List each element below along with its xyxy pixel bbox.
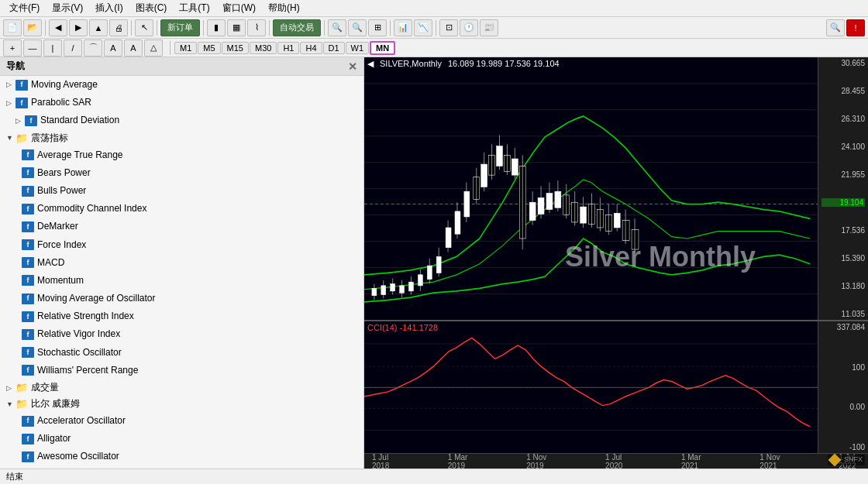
tf-m15[interactable]: M15	[222, 42, 249, 54]
nav-item-force[interactable]: f Force Index	[0, 236, 363, 254]
menu-tools[interactable]: 工具(T)	[173, 0, 215, 16]
nav-item-demarker[interactable]: f DeMarker	[0, 218, 363, 235]
menu-help[interactable]: 帮助(H)	[262, 0, 306, 16]
chart-canvas[interactable]: Silver Monthly	[364, 57, 818, 320]
status-bar: 结束	[0, 469, 868, 484]
tf-m30[interactable]: M30	[250, 42, 277, 54]
indicator2-btn[interactable]: 📉	[414, 19, 432, 36]
nav-item-macd[interactable]: f MACD	[0, 254, 363, 272]
chart-type3[interactable]: ⌇	[247, 19, 266, 36]
tf-mn[interactable]: MN	[370, 41, 395, 55]
shape-btn[interactable]: △	[144, 39, 163, 57]
new-order-btn[interactable]: 新订单	[160, 19, 200, 36]
news-btn[interactable]: 📰	[480, 19, 498, 36]
time-label-3: 1 Jul 2020	[605, 453, 635, 470]
menu-view[interactable]: 显示(V)	[46, 0, 89, 16]
menu-window[interactable]: 窗口(W)	[216, 0, 262, 16]
nav-item-wpr[interactable]: f Williams' Percent Range	[0, 362, 363, 379]
template-btn[interactable]: ⊡	[439, 19, 458, 36]
indicator-btn[interactable]: 📊	[394, 19, 412, 36]
nav-item-bears[interactable]: f Bears Power	[0, 164, 363, 182]
period-sep-btn[interactable]: ⊞	[368, 19, 387, 36]
nav-close-btn[interactable]: ✕	[348, 60, 357, 73]
nav-item-bulls[interactable]: f Bulls Power	[0, 182, 363, 200]
f-icon-wpr: f	[22, 365, 34, 376]
svg-rect-70	[632, 229, 639, 249]
text-btn[interactable]: A	[104, 39, 122, 57]
nav-item-ac[interactable]: f Accelerator Oscillator	[0, 412, 363, 430]
indicator-canvas[interactable]	[364, 321, 818, 453]
time-label-0: 1 Jul 2018	[372, 453, 401, 470]
nav-item-alligator[interactable]: f Alligator	[0, 430, 363, 448]
main-content: 导航 ✕ ▷ f Moving Average ▷ f Parabolic SA…	[0, 57, 868, 469]
nav-item-atr[interactable]: f Average True Range	[0, 146, 363, 164]
svg-rect-68	[622, 221, 629, 241]
item-label-ao: Awesome Oscillator	[37, 449, 119, 464]
cci-neg100: -100	[822, 443, 865, 451]
vline-btn[interactable]: |	[43, 39, 62, 57]
price-30665: 30.665	[822, 59, 865, 67]
nav-item-parabolic[interactable]: ▷ f Parabolic SAR	[0, 94, 363, 112]
tf-w1[interactable]: W1	[346, 42, 370, 54]
navigator-panel: 导航 ✕ ▷ f Moving Average ▷ f Parabolic SA…	[0, 57, 364, 469]
f-icon-bulls: f	[22, 186, 34, 197]
expand-icon-osc: ▼	[6, 134, 14, 142]
tf-d1[interactable]: D1	[323, 42, 345, 54]
alert-btn[interactable]: !	[846, 19, 865, 36]
search-btn[interactable]: 🔍	[826, 19, 845, 36]
nav-item-rsi[interactable]: f Relative Strength Index	[0, 307, 363, 325]
open-btn[interactable]: 📂	[23, 19, 42, 36]
nav-item-momentum[interactable]: f Momentum	[0, 272, 363, 290]
nav-item-stddev[interactable]: ▷ f Standard Deviation	[0, 112, 363, 129]
menu-file[interactable]: 文件(F)	[3, 0, 46, 16]
hline-btn[interactable]: —	[23, 39, 42, 57]
nav-item-moving-average[interactable]: ▷ f Moving Average	[0, 76, 363, 94]
f-icon-ao: f	[22, 451, 34, 462]
clock-btn[interactable]: 🕐	[460, 19, 478, 36]
back-btn[interactable]: ◀	[49, 19, 67, 36]
tf-m5[interactable]: M5	[198, 42, 220, 54]
item-label-ac: Accelerator Oscillator	[37, 414, 126, 428]
price-13180: 13.180	[822, 282, 865, 290]
item-label-stoch: Stochastic Oscillator	[37, 345, 122, 360]
nav-item-stoch[interactable]: f Stochastic Oscillator	[0, 344, 363, 362]
nav-item-osma[interactable]: f Moving Average of Oscillator	[0, 290, 363, 307]
nav-item-ao[interactable]: f Awesome Oscillator	[0, 448, 363, 465]
tf-m1[interactable]: M1	[174, 42, 197, 54]
curve-btn[interactable]: ⌒	[84, 39, 102, 57]
print-btn[interactable]: 🖨	[109, 19, 128, 36]
expand-icon-ma: ▷	[6, 79, 14, 90]
cursor-btn[interactable]: ↖	[135, 19, 153, 36]
indicator-panel[interactable]: CCI(14) -141.1728 337.084 100 0.00 -100	[364, 321, 868, 453]
tf-h4[interactable]: H4	[300, 42, 322, 54]
nav-folder-oscillators[interactable]: ▼ 📁 震荡指标	[0, 130, 363, 146]
nav-item-cci[interactable]: f Commodity Channel Index	[0, 200, 363, 218]
expand-icon-will: ▼	[6, 400, 14, 408]
nav-item-rvi[interactable]: f Relative Vigor Index	[0, 325, 363, 343]
item-label-momentum: Momentum	[37, 273, 84, 288]
cross-btn[interactable]: +	[3, 39, 22, 57]
fwd-btn[interactable]: ▶	[69, 19, 88, 36]
chart-type1[interactable]: ▮	[207, 19, 226, 36]
chart-main[interactable]: ◀ SILVER,Monthly 16.089 19.989 17.536 19…	[364, 57, 868, 321]
menu-chart[interactable]: 图表(C)	[129, 0, 174, 16]
up-btn[interactable]: ▲	[89, 19, 108, 36]
expand-icon-psar: ▷	[6, 98, 14, 108]
tf-h1[interactable]: H1	[277, 42, 299, 54]
price-11035: 11.035	[822, 310, 865, 318]
chart-type2[interactable]: ▦	[227, 19, 246, 36]
nav-scroll[interactable]: ▷ f Moving Average ▷ f Parabolic SAR ▷ f…	[0, 76, 363, 469]
nav-folder-volume[interactable]: ▷ 📁 成交量	[0, 379, 363, 396]
auto-trade-btn[interactable]: 自动交易	[273, 19, 321, 36]
textbig-btn[interactable]: A	[124, 39, 143, 57]
chart-symbol: SILVER,Monthly	[380, 59, 442, 69]
zoom-in-btn[interactable]: 🔍	[328, 19, 346, 36]
item-label-rsi: Relative Strength Index	[37, 309, 134, 324]
new-btn[interactable]: 📄	[3, 19, 22, 36]
f-icon-psar: f	[16, 98, 28, 108]
menu-insert[interactable]: 插入(I)	[89, 0, 129, 16]
f-icon-bears: f	[22, 167, 34, 178]
zoom-out-btn[interactable]: 🔍	[348, 19, 367, 36]
nav-folder-williams[interactable]: ▼ 📁 比尔 威廉姆	[0, 396, 363, 412]
tline-btn[interactable]: /	[64, 39, 82, 57]
